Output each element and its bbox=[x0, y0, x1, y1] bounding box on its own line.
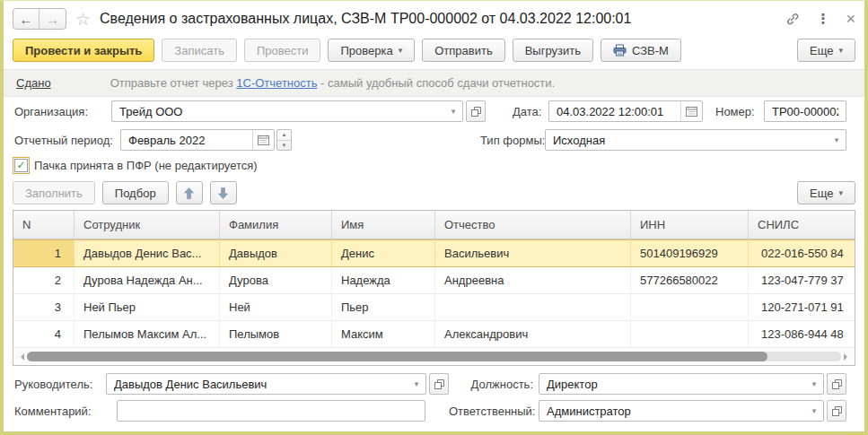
col-header-lastname[interactable]: Фамилия bbox=[220, 211, 332, 239]
date-input[interactable] bbox=[549, 101, 680, 121]
status-state-link[interactable]: Сдано bbox=[16, 76, 51, 90]
cell-snils[interactable]: 022-016-550 84 bbox=[749, 239, 855, 267]
cell-middlename[interactable]: Александрович bbox=[435, 321, 631, 348]
report-period-field bbox=[120, 129, 275, 151]
table-row[interactable]: 4 Пелымов Максим Ал... Пелымов Максим Ал… bbox=[13, 321, 855, 348]
cell-snils[interactable]: 123-086-944 48 bbox=[749, 321, 855, 348]
stepper-down-icon[interactable]: ▼ bbox=[277, 141, 291, 151]
cell-employee[interactable]: Пелымов Максим Ал... bbox=[75, 321, 220, 348]
cell-lastname[interactable]: Пелымов bbox=[220, 321, 332, 348]
cell-lastname[interactable]: Дурова bbox=[220, 267, 332, 294]
cell-inn[interactable]: 577266580022 bbox=[631, 267, 749, 294]
szvm-print-button[interactable]: СЗВ-М bbox=[601, 39, 681, 62]
table-row[interactable]: 3 Ней Пьер Ней Пьер 120-271-071 91 bbox=[13, 294, 855, 321]
pick-button[interactable]: Подбор bbox=[102, 181, 169, 204]
move-down-button[interactable] bbox=[210, 181, 237, 204]
col-header-snils[interactable]: СНИЛС bbox=[749, 211, 855, 239]
col-header-middlename[interactable]: Отчество bbox=[435, 211, 631, 239]
table-more-button[interactable]: Еще ▾ bbox=[797, 181, 855, 204]
batch-accepted-checkbox[interactable]: ✓ bbox=[14, 159, 28, 172]
link-icon[interactable] bbox=[785, 12, 800, 26]
cell-firstname[interactable]: Пьер bbox=[332, 294, 435, 321]
organization-label: Организация: bbox=[14, 105, 111, 118]
comment-field bbox=[117, 400, 425, 422]
cell-snils[interactable]: 123-047-779 37 bbox=[749, 267, 855, 294]
cell-lastname[interactable]: Давыдов bbox=[220, 239, 332, 267]
table-row[interactable]: 2 Дурова Надежда Ан... Дурова Надежда Ан… bbox=[13, 267, 855, 294]
cell-lastname[interactable]: Ней bbox=[220, 294, 332, 321]
col-header-firstname[interactable]: Имя bbox=[332, 211, 435, 239]
position-input[interactable] bbox=[539, 374, 805, 394]
cell-employee[interactable]: Давыдов Денис Вас... bbox=[75, 239, 220, 267]
col-header-inn[interactable]: ИНН bbox=[631, 211, 749, 239]
chevron-down-icon[interactable]: ▾ bbox=[408, 374, 425, 394]
number-label: Номер: bbox=[715, 105, 764, 118]
chevron-down-icon[interactable]: ▾ bbox=[805, 374, 823, 394]
responsible-input[interactable] bbox=[539, 401, 805, 421]
col-header-employee[interactable]: Сотрудник bbox=[75, 211, 220, 239]
export-button[interactable]: Выгрузить bbox=[513, 39, 593, 62]
cell-n[interactable]: 1 bbox=[13, 239, 75, 267]
cell-middlename[interactable]: Андреевна bbox=[435, 267, 631, 294]
cell-snils[interactable]: 120-271-071 91 bbox=[749, 294, 855, 321]
close-icon[interactable]: × bbox=[846, 10, 855, 29]
cell-employee[interactable]: Ней Пьер bbox=[75, 294, 220, 321]
report-status-band: Сдано Отправьте отчет через 1С-Отчетност… bbox=[4, 69, 864, 97]
position-open-icon[interactable] bbox=[827, 373, 846, 395]
printer-icon bbox=[613, 44, 627, 57]
more-menu-icon[interactable]: ⋮ bbox=[816, 11, 829, 27]
comment-input[interactable] bbox=[118, 401, 425, 421]
scrollbar-thumb[interactable] bbox=[27, 352, 767, 361]
move-up-button[interactable] bbox=[176, 181, 203, 204]
more-actions-button[interactable]: Еще ▾ bbox=[797, 39, 855, 62]
chevron-down-icon[interactable]: ▾ bbox=[805, 401, 823, 421]
form-type-input[interactable] bbox=[546, 130, 828, 150]
post-button[interactable]: Провести bbox=[244, 39, 321, 62]
cell-employee[interactable]: Дурова Надежда Ан... bbox=[75, 267, 220, 294]
cell-firstname[interactable]: Денис bbox=[332, 239, 435, 267]
send-button[interactable]: Отправить bbox=[422, 39, 504, 62]
organization-open-icon[interactable] bbox=[466, 100, 486, 122]
col-header-n[interactable]: N bbox=[13, 211, 75, 239]
number-input[interactable] bbox=[765, 101, 846, 121]
cell-inn[interactable] bbox=[631, 294, 749, 321]
check-menu-label: Проверка bbox=[340, 44, 392, 57]
responsible-open-icon[interactable] bbox=[827, 400, 846, 422]
chevron-down-icon: ▾ bbox=[838, 189, 843, 197]
calendar-icon[interactable] bbox=[252, 130, 274, 150]
back-icon[interactable]: ← bbox=[13, 9, 39, 29]
calendar-icon[interactable] bbox=[680, 101, 702, 121]
main-toolbar: Провести и закрыть Записать Провести Про… bbox=[4, 37, 864, 69]
cell-middlename[interactable] bbox=[435, 294, 631, 321]
cell-inn[interactable] bbox=[631, 321, 749, 348]
post-and-close-button[interactable]: Провести и закрыть bbox=[13, 39, 154, 62]
responsible-label: Ответственный: bbox=[449, 405, 539, 418]
chevron-down-icon[interactable]: ▾ bbox=[444, 101, 462, 121]
scroll-left-icon[interactable] bbox=[17, 353, 24, 361]
form-type-combo: ▾ bbox=[545, 129, 846, 151]
check-menu-button[interactable]: Проверка ▾ bbox=[328, 39, 415, 62]
cell-n[interactable]: 4 bbox=[13, 321, 75, 348]
stepper-up-icon[interactable]: ▲ bbox=[277, 130, 291, 141]
cell-n[interactable]: 2 bbox=[13, 267, 75, 294]
cell-n[interactable]: 3 bbox=[13, 294, 75, 321]
cell-firstname[interactable]: Максим bbox=[332, 321, 435, 348]
scrollbar-track[interactable] bbox=[27, 352, 841, 361]
comment-label: Комментарий: bbox=[14, 405, 117, 418]
table-row[interactable]: 1 Давыдов Денис Вас... Давыдов Денис Вас… bbox=[13, 239, 855, 267]
cell-middlename[interactable]: Васильевич bbox=[435, 239, 631, 267]
favorite-star-icon[interactable]: ☆ bbox=[75, 9, 91, 30]
scroll-right-icon[interactable] bbox=[844, 353, 851, 361]
head-input[interactable] bbox=[107, 374, 408, 394]
organization-input[interactable] bbox=[112, 101, 444, 121]
head-label: Руководитель: bbox=[14, 378, 106, 391]
forward-icon[interactable]: → bbox=[39, 9, 66, 29]
chevron-down-icon[interactable]: ▾ bbox=[828, 130, 846, 150]
report-period-input[interactable] bbox=[121, 130, 252, 150]
fill-button[interactable]: Заполнить bbox=[13, 181, 95, 204]
cell-inn[interactable]: 501409196929 bbox=[631, 239, 749, 267]
cell-firstname[interactable]: Надежда bbox=[332, 267, 435, 294]
reporting-service-link[interactable]: 1С-Отчетность bbox=[236, 76, 317, 90]
save-button[interactable]: Записать bbox=[162, 39, 237, 62]
head-open-icon[interactable] bbox=[429, 373, 449, 395]
